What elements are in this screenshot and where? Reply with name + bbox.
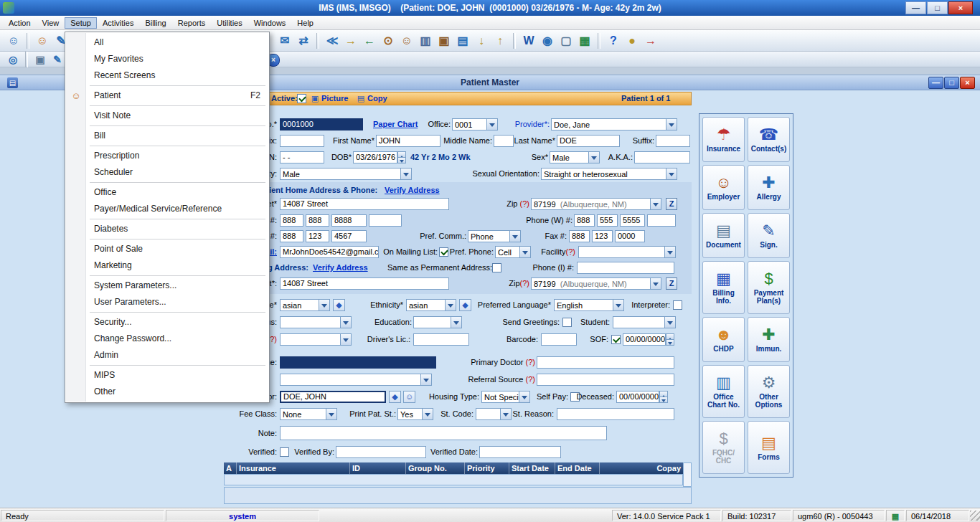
menu-action[interactable]: Action [3, 17, 37, 29]
fax-area-field[interactable]: 888 [569, 230, 590, 242]
phone-area-field[interactable]: 888 [280, 214, 303, 227]
insurance-col-group-no[interactable]: Group No. [406, 462, 465, 474]
deceased-date-spinner[interactable] [659, 391, 668, 403]
cell-area-field[interactable]: 888 [280, 230, 303, 242]
menu-item-admin[interactable]: Admin [65, 347, 269, 364]
insurance-col-insurance[interactable]: Insurance [237, 462, 350, 474]
dropdown-arrow-icon[interactable] [666, 169, 677, 179]
child-close-button[interactable]: × [960, 77, 975, 89]
send-greetings-checkbox[interactable] [562, 318, 572, 327]
drivers-lic-field[interactable] [413, 333, 469, 346]
facility-select[interactable] [578, 246, 676, 258]
menu-item-mips[interactable]: MIPS [65, 367, 269, 384]
print-pat-st-select[interactable]: Yes [397, 408, 433, 420]
student-select[interactable] [613, 316, 676, 328]
lock-icon[interactable]: ● [623, 32, 641, 49]
referral-source-help-link[interactable]: (?) [526, 375, 535, 384]
insurance-col-copay[interactable]: Copay [600, 462, 683, 474]
insurance-col-end-date[interactable]: End Date [555, 462, 600, 474]
patient-lookup-icon[interactable]: ☺ [5, 32, 22, 49]
menu-item-change-password[interactable]: Change Password... [65, 331, 269, 347]
ssn-field[interactable]: - - [280, 151, 324, 163]
verify-address-link[interactable]: Verify Address [385, 184, 442, 196]
facility-help-link[interactable]: (?) [566, 247, 575, 256]
barcode-field[interactable] [541, 333, 577, 346]
navigate-back-icon[interactable]: ≪ [324, 32, 341, 49]
housing-type-select[interactable]: Not Specified [481, 391, 530, 403]
pref-phone-select[interactable]: Cell [495, 246, 531, 258]
sexual-orientation-select[interactable]: Straight or heterosexual [541, 168, 677, 180]
sof-checkbox[interactable] [611, 335, 621, 344]
menu-utilities[interactable]: Utilities [211, 17, 248, 29]
forms-button[interactable]: ▤Forms [748, 421, 790, 474]
menu-item-bill[interactable]: Bill [65, 128, 269, 144]
menu-item-payer-medical-service-reference[interactable]: Payer/Medical Service/Reference [65, 201, 269, 217]
patient-icon[interactable]: ☺ [34, 32, 51, 49]
street-field[interactable]: 14087 Street [280, 198, 449, 210]
menu-item-recent-screens[interactable]: Recent Screens [65, 67, 269, 84]
employer-button[interactable]: ☺Employer [702, 165, 745, 210]
mailing-zip-z-button[interactable]: Z [666, 277, 677, 290]
statistics-icon[interactable]: ▥ [417, 32, 434, 49]
dropdown-arrow-icon[interactable] [340, 317, 351, 328]
window-icon[interactable]: ▣ [33, 52, 47, 67]
word-export-icon[interactable]: W [520, 32, 537, 49]
dropdown-arrow-icon[interactable] [588, 152, 599, 163]
briefcase-icon[interactable]: ▣ [435, 32, 453, 49]
ethnicity-detail-icon[interactable]: ◆ [459, 299, 471, 311]
menu-item-patient[interactable]: ☺PatientF2 [65, 87, 269, 104]
fax-line-field[interactable]: 0000 [615, 230, 645, 242]
phone-work-area-field[interactable]: 888 [574, 214, 595, 227]
same-as-permanent-checkbox[interactable] [492, 263, 501, 272]
billing-info-button[interactable]: ▦Billing Info. [702, 261, 745, 314]
interpreter-checkbox[interactable] [673, 300, 682, 310]
aka-field[interactable] [634, 151, 690, 163]
menu-billing[interactable]: Billing [139, 17, 171, 29]
patient-no-field[interactable]: 0001000 [280, 118, 363, 130]
dropdown-arrow-icon[interactable] [326, 409, 336, 419]
help-icon[interactable]: ? [605, 32, 622, 49]
menu-help[interactable]: Help [291, 17, 319, 29]
verified-date-field[interactable] [479, 446, 561, 458]
active-checkbox[interactable] [297, 94, 306, 103]
child-minimize-button[interactable]: — [928, 77, 943, 89]
withdraw-icon[interactable]: ↑ [491, 32, 509, 49]
prefix-field[interactable] [280, 135, 324, 147]
insurance-col-a[interactable]: A [224, 462, 237, 474]
chdp-button[interactable]: ☻CHDP [702, 317, 745, 362]
menu-item-visit-note[interactable]: Visit Note [65, 108, 269, 124]
fax-prefix-field[interactable]: 123 [592, 230, 613, 242]
menu-item-user-parameters[interactable]: User Parameters... [65, 294, 269, 310]
office-select[interactable]: 0001 [452, 118, 498, 130]
logout-icon[interactable]: → [642, 32, 659, 49]
sof-date-spinner[interactable] [666, 333, 674, 346]
restore-button[interactable]: □ [927, 1, 948, 14]
last-name-field[interactable]: DOE [557, 135, 620, 147]
dropdown-arrow-icon[interactable] [420, 374, 431, 385]
menu-item-system-parameters[interactable]: System Parameters... [65, 277, 269, 294]
dropdown-arrow-icon[interactable] [509, 231, 520, 242]
paper-chart-link[interactable]: Paper Chart [373, 118, 423, 130]
menu-activities[interactable]: Activities [97, 17, 139, 29]
phone-work-ext-field[interactable] [647, 214, 676, 227]
deposit-icon[interactable]: ↓ [473, 32, 490, 49]
first-name-field[interactable]: JOHN [376, 135, 440, 147]
email-field[interactable]: MrJohnDoe54542@gmail.com [280, 246, 379, 258]
race-detail-icon[interactable]: ◆ [333, 299, 345, 311]
zip-select[interactable]: 87199 (Albuquerque, NM) [531, 198, 661, 210]
guarantor-field[interactable]: DOE, JOHN [280, 391, 386, 403]
patient-folder-icon[interactable]: ☺ [398, 32, 415, 49]
other-options-button[interactable]: ⚙Other Options [748, 365, 790, 418]
dropdown-arrow-icon[interactable] [650, 278, 661, 289]
menu-item-prescription[interactable]: Prescription [65, 148, 269, 164]
phone-work-prefix-field[interactable]: 555 [597, 214, 618, 227]
messages-icon[interactable]: ✉ [276, 32, 293, 49]
workstation-icon[interactable]: ▢ [557, 32, 575, 49]
dropdown-arrow-icon[interactable] [613, 300, 623, 310]
dropdown-arrow-icon[interactable] [445, 300, 456, 310]
zip-z-button[interactable]: Z [666, 198, 677, 210]
sof-date-field[interactable]: 00/00/0000 [623, 333, 666, 346]
zip-help-link[interactable]: (?) [520, 279, 529, 288]
find-icon[interactable]: ◎ [6, 52, 20, 67]
race-select[interactable]: asian [280, 299, 330, 311]
